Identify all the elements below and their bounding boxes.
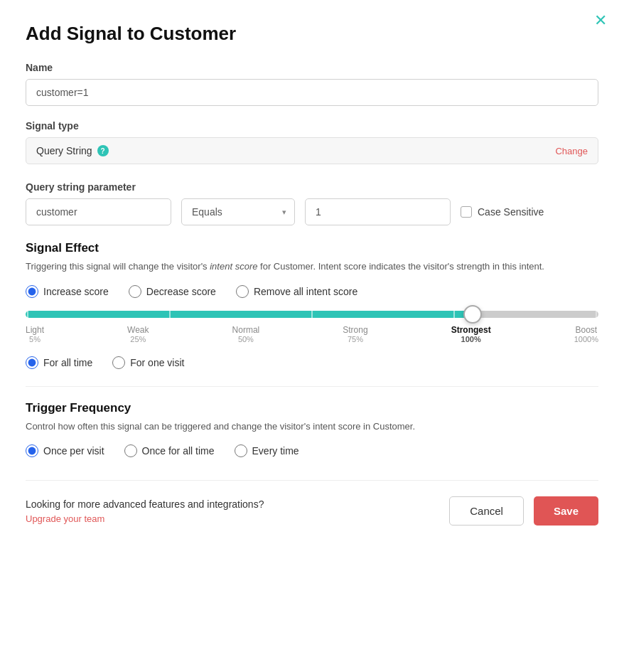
radio-one-visit-label: For one visit (130, 357, 184, 368)
signal-type-row: Query String ? Change (26, 137, 598, 164)
slider-labels: Light 5% Weak 25% Normal 50% Strong 75% … (26, 325, 598, 343)
footer-section: Looking for more advanced features and i… (26, 480, 598, 526)
tick-1 (27, 309, 28, 319)
signal-type-left: Query String ? (36, 145, 109, 156)
modal-container: ✕ Add Signal to Customer Name Signal typ… (0, 0, 624, 672)
slider-label-strongest: Strongest 100% (451, 325, 491, 343)
signal-effect-desc: Triggering this signal will change the v… (26, 260, 598, 274)
radio-once-per-visit-label: Once per visit (43, 445, 104, 457)
radio-increase-input[interactable] (26, 285, 38, 298)
help-icon[interactable]: ? (97, 145, 109, 156)
radio-every-time-label: Every time (252, 445, 299, 457)
radio-remove-input[interactable] (236, 285, 249, 298)
signal-effect-radio-group: Increase score Decrease score Remove all… (26, 285, 598, 298)
radio-increase[interactable]: Increase score (26, 285, 109, 298)
radio-all-time-label: For all time (43, 357, 92, 368)
tick-4 (453, 309, 455, 319)
query-param-section: Query string parameter Equals Contains S… (26, 181, 598, 225)
radio-remove-label: Remove all intent score (254, 286, 357, 297)
radio-once-per-visit-input[interactable] (26, 444, 38, 457)
signal-type-value: Query String (36, 145, 92, 156)
tick-3 (311, 309, 313, 319)
slider-label-strong: Strong 75% (343, 325, 367, 343)
radio-every-time[interactable]: Every time (235, 444, 299, 457)
radio-once-for-all-time-input[interactable] (124, 444, 137, 457)
radio-increase-label: Increase score (43, 286, 109, 297)
trigger-title: Trigger Frequency (26, 401, 598, 415)
footer-promo-text: Looking for more advanced features and i… (26, 498, 264, 510)
param-name-input[interactable] (26, 198, 171, 225)
case-sensitive-label[interactable]: Case Sensitive (461, 206, 544, 218)
name-section: Name (26, 62, 598, 106)
case-sensitive-checkbox[interactable] (461, 206, 472, 218)
signal-type-section: Signal type Query String ? Change (26, 120, 598, 164)
query-param-label: Query string parameter (26, 181, 598, 193)
signal-effect-title: Signal Effect (26, 241, 598, 255)
query-params-row: Equals Contains Starts with Ends with ▾ … (26, 198, 598, 225)
radio-every-time-input[interactable] (235, 444, 247, 457)
radio-once-per-visit[interactable]: Once per visit (26, 444, 104, 457)
signal-effect-section: Signal Effect Triggering this signal wil… (26, 241, 598, 369)
radio-once-for-all-time[interactable]: Once for all time (124, 444, 215, 457)
cancel-button[interactable]: Cancel (449, 496, 524, 526)
trigger-frequency-section: Trigger Frequency Control how often this… (26, 401, 598, 458)
upgrade-link[interactable]: Upgrade your team (26, 513, 104, 524)
radio-all-time[interactable]: For all time (26, 356, 92, 369)
radio-once-for-all-time-label: Once for all time (142, 445, 215, 457)
name-label: Name (26, 62, 598, 73)
duration-radio-group: For all time For one visit (26, 356, 598, 369)
tick-2 (169, 309, 171, 319)
footer-left: Looking for more advanced features and i… (26, 498, 264, 524)
case-sensitive-text: Case Sensitive (478, 206, 544, 218)
operator-select-wrapper: Equals Contains Starts with Ends with ▾ (181, 198, 295, 225)
slider-ticks (26, 311, 598, 318)
tick-5 (596, 309, 597, 319)
divider (26, 386, 598, 387)
radio-remove[interactable]: Remove all intent score (236, 285, 357, 298)
name-input[interactable] (26, 79, 598, 106)
slider-track (26, 311, 598, 318)
slider-label-normal: Normal 50% (232, 325, 260, 343)
radio-decrease-input[interactable] (129, 285, 141, 298)
param-value-input[interactable] (305, 198, 451, 225)
radio-decrease-label: Decrease score (146, 286, 216, 297)
save-button[interactable]: Save (534, 496, 598, 526)
footer-buttons: Cancel Save (449, 496, 598, 526)
slider-label-boost: Boost 1000% (574, 325, 598, 343)
signal-type-label: Signal type (26, 120, 598, 132)
modal-title: Add Signal to Customer (26, 23, 598, 45)
operator-select[interactable]: Equals Contains Starts with Ends with (181, 198, 295, 225)
radio-one-visit[interactable]: For one visit (112, 356, 184, 369)
radio-one-visit-input[interactable] (112, 356, 125, 369)
radio-decrease[interactable]: Decrease score (129, 285, 216, 298)
slider-track-wrapper (26, 311, 598, 318)
slider-label-light: Light 5% (26, 325, 44, 343)
change-button[interactable]: Change (555, 146, 588, 156)
trigger-radio-group: Once per visit Once for all time Every t… (26, 444, 598, 457)
trigger-desc: Control how often this signal can be tri… (26, 420, 598, 434)
slider-section: Light 5% Weak 25% Normal 50% Strong 75% … (26, 311, 598, 343)
slider-label-weak: Weak 25% (127, 325, 149, 343)
radio-all-time-input[interactable] (26, 356, 38, 369)
close-button[interactable]: ✕ (594, 13, 607, 28)
slider-thumb[interactable] (463, 305, 482, 324)
